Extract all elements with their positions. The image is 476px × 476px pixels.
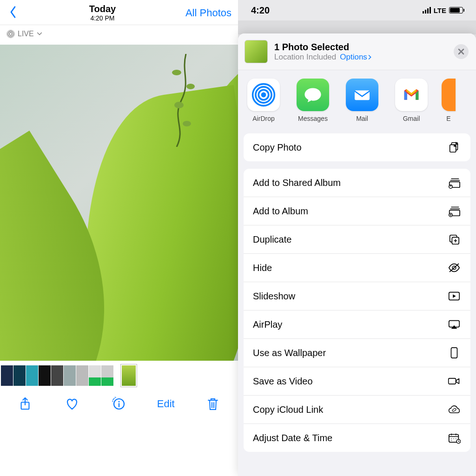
all-photos-button[interactable]: All Photos: [185, 7, 231, 19]
thumbnail[interactable]: [64, 365, 76, 386]
status-bar: 4:20 LTE: [238, 0, 476, 20]
icloud-icon: [447, 403, 461, 416]
live-label: LIVE: [18, 30, 34, 38]
status-time: 4:20: [251, 5, 270, 16]
chevron-right-icon: [368, 54, 372, 60]
thumbnail[interactable]: [51, 365, 63, 386]
battery-icon: [449, 7, 463, 13]
slideshow-icon: [447, 290, 461, 302]
action-icloud-link[interactable]: Copy iCloud Link: [244, 396, 470, 424]
thumbnail[interactable]: [101, 365, 113, 386]
thumbnail-selected[interactable]: [121, 364, 137, 387]
svg-point-4: [186, 84, 195, 89]
share-icon: [18, 397, 32, 411]
svg-point-19: [450, 185, 451, 187]
bottom-toolbar: Edit: [0, 387, 238, 421]
hide-icon: [447, 262, 461, 274]
back-button[interactable]: [7, 5, 20, 21]
share-app-gmail[interactable]: Gmail: [392, 79, 430, 122]
action-add-shared-album[interactable]: Add to Shared Album: [244, 169, 470, 197]
signal-icon: [423, 7, 431, 13]
thumbnail[interactable]: [39, 365, 51, 386]
actions-group-2: Add to Shared Album Add to Album Duplica…: [244, 169, 470, 452]
share-sheet: 1 Photo Selected Location Included Optio…: [238, 33, 476, 476]
duplicate-icon: [447, 233, 461, 245]
svg-point-0: [9, 33, 12, 35]
action-label: Save as Video: [253, 376, 313, 387]
action-label: Copy iCloud Link: [253, 404, 323, 415]
thumbnail[interactable]: [76, 365, 88, 386]
svg-point-1: [8, 31, 13, 37]
info-icon: [112, 397, 126, 411]
favorite-button[interactable]: [61, 394, 83, 414]
action-adjust-datetime[interactable]: Adjust Date & Time: [244, 424, 470, 452]
action-duplicate[interactable]: Duplicate: [244, 225, 470, 254]
mail-icon: [346, 79, 378, 111]
edit-button[interactable]: Edit: [155, 394, 177, 414]
action-label: AirPlay: [253, 319, 282, 330]
action-copy-photo[interactable]: Copy Photo: [244, 133, 470, 161]
airdrop-icon: [247, 79, 280, 111]
chevron-down-icon: [37, 32, 42, 36]
header: Today 4:20 PM All Photos: [0, 0, 238, 25]
svg-point-5: [174, 102, 184, 108]
delete-button[interactable]: [202, 394, 224, 414]
share-app-messages[interactable]: Messages: [294, 79, 332, 122]
copy-icon: [447, 141, 461, 153]
app-label: Mail: [343, 115, 381, 122]
action-add-album[interactable]: Add to Album: [244, 197, 470, 225]
action-label: Adjust Date & Time: [253, 433, 332, 443]
action-airplay[interactable]: AirPlay: [244, 311, 470, 339]
share-app-extra[interactable]: E: [442, 79, 456, 122]
svg-point-9: [118, 401, 119, 403]
action-label: Add to Album: [253, 206, 308, 217]
app-label: AirDrop: [245, 115, 283, 122]
svg-point-10: [261, 93, 266, 98]
info-button[interactable]: [108, 394, 130, 414]
airplay-icon: [447, 318, 461, 331]
share-app-mail[interactable]: Mail: [343, 79, 381, 122]
app-label: E: [442, 115, 456, 122]
svg-point-34: [451, 440, 452, 441]
actions-group-1: Copy Photo: [244, 133, 470, 161]
action-slideshow[interactable]: Slideshow: [244, 282, 470, 311]
close-icon: [458, 48, 464, 55]
svg-point-31: [451, 438, 452, 439]
svg-rect-27: [451, 348, 457, 358]
thumbnail[interactable]: [13, 365, 26, 386]
thumbnail[interactable]: [26, 365, 38, 386]
options-button[interactable]: Options: [340, 53, 372, 62]
svg-point-3: [172, 70, 181, 75]
app-label: Messages: [294, 115, 332, 122]
photo-detail-screen: Today 4:20 PM All Photos LIVE: [0, 0, 238, 476]
network-label: LTE: [434, 7, 446, 14]
thumbnail-strip[interactable]: [0, 361, 238, 387]
svg-rect-14: [355, 90, 370, 100]
svg-point-29: [452, 408, 456, 412]
messages-icon: [297, 79, 329, 111]
header-time: 4:20 PM: [89, 14, 116, 22]
action-hide[interactable]: Hide: [244, 254, 470, 282]
add-album-icon: [447, 205, 461, 217]
live-icon: [7, 30, 15, 38]
shared-album-icon: [447, 177, 461, 189]
close-button[interactable]: [454, 44, 469, 59]
action-label: Slideshow: [253, 291, 295, 302]
thumbnail[interactable]: [89, 365, 101, 386]
action-label: Add to Shared Album: [253, 178, 341, 188]
share-app-row[interactable]: AirDrop Messages Mail: [238, 70, 476, 130]
action-label: Duplicate: [253, 234, 291, 245]
sheet-header: 1 Photo Selected Location Included Optio…: [238, 33, 476, 70]
trash-icon: [206, 397, 220, 411]
live-badge[interactable]: LIVE: [0, 25, 238, 43]
share-app-airdrop[interactable]: AirDrop: [245, 79, 283, 122]
thumbnail[interactable]: [1, 365, 13, 386]
extra-app-icon: [442, 79, 456, 111]
action-save-video[interactable]: Save as Video: [244, 367, 470, 396]
photo-viewport[interactable]: [0, 45, 238, 361]
share-sheet-screen: 4:20 LTE 1 Photo Selected Location Inclu…: [238, 0, 476, 476]
share-button[interactable]: [14, 394, 36, 414]
action-wallpaper[interactable]: Use as Wallpaper: [244, 339, 470, 367]
sheet-title: 1 Photo Selected: [274, 42, 372, 53]
svg-point-33: [456, 438, 456, 439]
